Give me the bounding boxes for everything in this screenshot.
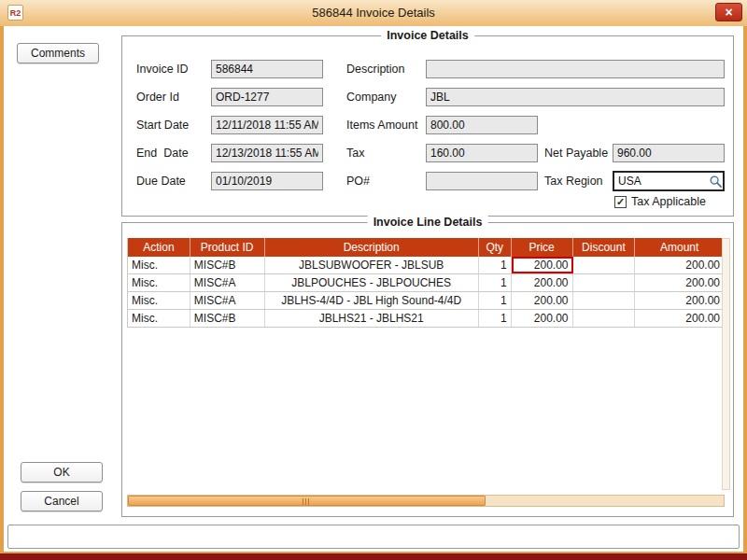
cell-qty[interactable]: 1 [479,257,512,273]
net-payable-field[interactable] [613,144,725,162]
company-field[interactable] [426,88,725,106]
invoice-details-window: R2 586844 Invoice Details × Comments OK … [0,0,747,560]
cell-action[interactable]: Misc. [128,310,190,327]
table-row: Misc. MISC#B JBLSUBWOOFER - JBLSUB 1 200… [128,257,724,274]
cell-amount[interactable]: 200.00 [635,292,724,309]
invoice-line-details-group: Invoice Line Details Action Product ID D… [121,222,734,517]
cell-description[interactable]: JBLHS-4/4D - JBL High Sound-4/4D [265,292,479,309]
items-amount-field[interactable] [426,116,538,134]
due-date-field[interactable] [211,172,323,190]
tax-applicable-row: ✓ Tax Applicable [614,195,706,208]
invoice-id-label: Invoice ID [136,60,189,78]
tax-applicable-label: Tax Applicable [631,195,706,208]
cancel-button[interactable]: Cancel [21,491,103,511]
column-header-description[interactable]: Description [265,238,479,257]
cell-product-id[interactable]: MISC#B [190,310,265,327]
tax-region-label: Tax Region [544,172,603,190]
cell-product-id[interactable]: MISC#A [190,274,265,291]
cell-qty[interactable]: 1 [479,310,512,327]
close-button[interactable]: × [715,3,742,21]
column-header-action[interactable]: Action [128,238,190,257]
order-id-label: Order Id [136,88,179,106]
cell-action[interactable]: Misc. [128,257,190,273]
invoice-details-group-title: Invoice Details [381,29,474,42]
cell-discount[interactable] [573,310,636,327]
scrollbar-grip-icon [303,498,311,505]
window-title: 586844 Invoice Details [0,0,747,26]
cell-price[interactable]: 200.00 [512,310,573,327]
invoice-details-group: Invoice Details Invoice ID Order Id Star… [121,35,734,217]
column-header-amount[interactable]: Amount [635,238,724,257]
window-bottom-edge [0,553,747,560]
grid-header-row: Action Product ID Description Qty Price … [128,238,724,257]
tax-field[interactable] [426,144,538,162]
column-header-product-id[interactable]: Product ID [190,238,265,257]
cell-product-id[interactable]: MISC#B [190,257,265,273]
ok-button[interactable]: OK [21,462,103,483]
start-date-label: Start Date [136,116,189,134]
description-label: Description [346,60,405,78]
po-number-label: PO# [346,172,370,190]
cell-description[interactable]: JBLSUBWOOFER - JBLSUB [265,257,479,273]
cell-qty[interactable]: 1 [479,292,512,309]
cell-discount[interactable] [573,274,636,291]
table-row: Misc. MISC#A JBLPOUCHES - JBLPOUCHES 1 2… [128,274,724,292]
description-field[interactable] [426,60,725,78]
cell-product-id[interactable]: MISC#A [190,292,265,309]
cell-discount[interactable] [573,257,636,273]
column-header-discount[interactable]: Discount [573,238,636,257]
end-date-field[interactable] [211,144,323,162]
search-icon[interactable] [709,175,723,189]
cell-amount[interactable]: 200.00 [635,310,724,327]
items-amount-label: Items Amount [346,116,417,134]
order-id-field[interactable] [211,88,323,106]
cell-description[interactable]: JBLHS21 - JBLHS21 [265,310,479,327]
status-bar [7,525,740,549]
cell-action[interactable]: Misc. [128,292,190,309]
start-date-field[interactable] [211,116,323,134]
po-number-field[interactable] [426,172,538,190]
end-date-label: End Date [136,144,189,162]
cell-amount[interactable]: 200.00 [635,274,724,291]
invoice-id-field[interactable] [211,60,323,78]
cell-description[interactable]: JBLPOUCHES - JBLPOUCHES [265,274,479,291]
cell-qty[interactable]: 1 [479,274,512,291]
cell-price-selected[interactable]: 200.00 [512,257,573,273]
column-header-qty[interactable]: Qty [479,238,512,257]
comments-button[interactable]: Comments [17,43,99,63]
horizontal-scrollbar[interactable] [127,495,725,507]
table-row: Misc. MISC#A JBLHS-4/4D - JBL High Sound… [128,292,724,310]
invoice-line-details-group-title: Invoice Line Details [368,216,488,229]
cell-amount[interactable]: 200.00 [635,257,724,273]
column-header-price[interactable]: Price [512,238,573,257]
tax-label: Tax [346,144,364,162]
line-items-grid: Action Product ID Description Qty Price … [127,238,725,328]
title-bar[interactable]: R2 586844 Invoice Details × [0,0,747,26]
due-date-label: Due Date [136,172,186,190]
cell-price[interactable]: 200.00 [512,274,573,291]
company-label: Company [346,88,397,106]
vertical-scrollbar[interactable] [722,238,730,490]
tax-region-field[interactable] [613,171,725,191]
cell-action[interactable]: Misc. [128,274,190,291]
dialog-body: Comments OK Cancel Invoice Details Invoi… [4,26,743,552]
cell-discount[interactable] [573,292,636,309]
table-row: Misc. MISC#B JBLHS21 - JBLHS21 1 200.00 … [128,310,724,328]
tax-applicable-checkbox[interactable]: ✓ [614,196,627,208]
horizontal-scrollbar-thumb[interactable] [128,496,486,506]
net-payable-label: Net Payable [544,144,608,162]
cell-price[interactable]: 200.00 [512,292,573,309]
